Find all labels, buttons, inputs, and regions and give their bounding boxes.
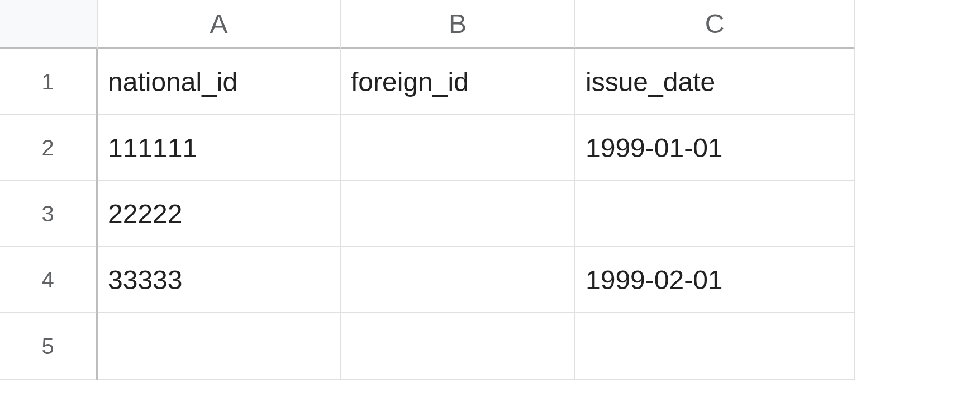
row-header-1[interactable]: 1 bbox=[0, 49, 98, 115]
column-header-b[interactable]: B bbox=[341, 0, 575, 49]
row-header-4[interactable]: 4 bbox=[0, 247, 98, 313]
spreadsheet-grid: A B C 1 national_id foreign_id issue_dat… bbox=[0, 0, 980, 380]
cell-b2[interactable] bbox=[341, 115, 575, 181]
row-header-5[interactable]: 5 bbox=[0, 313, 98, 380]
column-header-c[interactable]: C bbox=[575, 0, 855, 49]
cell-b5[interactable] bbox=[341, 313, 575, 380]
select-all-corner[interactable] bbox=[0, 0, 98, 49]
cell-b3[interactable] bbox=[341, 181, 575, 247]
cell-b1[interactable]: foreign_id bbox=[341, 49, 575, 115]
cell-c1[interactable]: issue_date bbox=[575, 49, 855, 115]
cell-a5[interactable] bbox=[98, 313, 341, 380]
cell-c4[interactable]: 1999-02-01 bbox=[575, 247, 855, 313]
column-header-a[interactable]: A bbox=[98, 0, 341, 49]
cell-a2[interactable]: 111111 bbox=[98, 115, 341, 181]
cell-c5[interactable] bbox=[575, 313, 855, 380]
cell-a1[interactable]: national_id bbox=[98, 49, 341, 115]
cell-a4[interactable]: 33333 bbox=[98, 247, 341, 313]
row-header-2[interactable]: 2 bbox=[0, 115, 98, 181]
cell-b4[interactable] bbox=[341, 247, 575, 313]
row-header-3[interactable]: 3 bbox=[0, 181, 98, 247]
cell-c3[interactable] bbox=[575, 181, 855, 247]
cell-a3[interactable]: 22222 bbox=[98, 181, 341, 247]
cell-c2[interactable]: 1999-01-01 bbox=[575, 115, 855, 181]
